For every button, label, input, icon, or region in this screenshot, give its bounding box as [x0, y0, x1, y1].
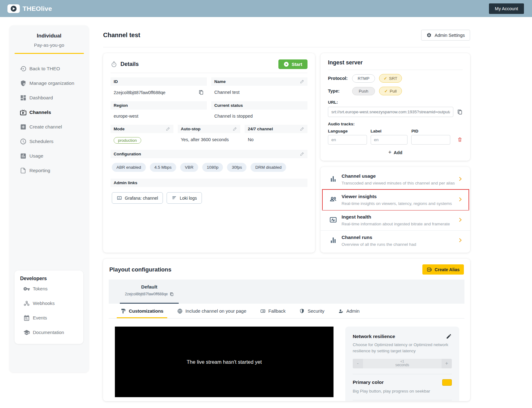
channel247-label: 24/7 channel: [248, 127, 273, 131]
sidebar-item-documentation[interactable]: Documentation: [20, 325, 79, 340]
sidebar-item-webhooks[interactable]: Webhooks: [20, 296, 79, 310]
movie-icon: [260, 308, 266, 314]
sidebar-item-label: Create channel: [29, 124, 62, 130]
edit-icon[interactable]: [446, 333, 452, 339]
grafana-channel-button[interactable]: Grafana: channel: [112, 192, 163, 204]
topbar: THEOlive My Account: [0, 0, 532, 17]
add-audio-track-button[interactable]: + Add: [328, 149, 463, 156]
autostop-label: Auto-stop: [181, 127, 201, 131]
sidebar-item-events[interactable]: Events: [20, 310, 79, 325]
document-icon: [20, 167, 27, 174]
accent-divider: [15, 53, 84, 54]
shield-icon: [299, 308, 305, 314]
tab-label: Security: [307, 308, 324, 314]
configuration-chips: ABR enabled 4.5 Mbps VBR 1080p 30fps DRM…: [111, 163, 307, 172]
link-title: Viewer insights: [342, 194, 457, 199]
link-desc: Transcoded and viewed minutes of this ch…: [342, 181, 457, 185]
type-pull-pill[interactable]: ✓Pull: [379, 87, 402, 95]
channel-runs-link[interactable]: Channel runs Overview of all the runs th…: [321, 230, 470, 251]
channel-usage-link[interactable]: Channel usage Transcoded and viewed minu…: [321, 169, 470, 189]
developers-card: Developers Tokens Webhooks Events Docume…: [15, 271, 83, 344]
label-input[interactable]: [371, 135, 408, 145]
sidebar-item-label: Manage organization: [29, 80, 74, 86]
edit-icon[interactable]: [300, 79, 304, 84]
sidebar-item-create-channel[interactable]: Create channel: [9, 119, 89, 134]
tab-label: Admin: [347, 308, 360, 314]
region-label: Region: [114, 103, 128, 108]
link-title: Channel runs: [342, 235, 457, 240]
divider: [353, 374, 452, 374]
primary-color-swatch[interactable]: [442, 379, 452, 386]
tab-security[interactable]: Security: [299, 304, 324, 318]
sidebar: Individual Pay-as-you-go Back to THEO Ma…: [9, 25, 89, 372]
edit-icon[interactable]: [233, 127, 237, 131]
alias-tab-default[interactable]: Default 2zejcol8bjtt87faw0ff688qe: [120, 280, 179, 304]
language-label: Language: [328, 129, 367, 133]
sidebar-item-manage-organization[interactable]: Manage organization: [9, 76, 89, 90]
copy-icon[interactable]: [198, 90, 204, 95]
sidebar-item-schedulers[interactable]: Schedulers: [9, 134, 89, 149]
link-desc: Real-time information about ingested bit…: [342, 222, 457, 226]
edit-icon[interactable]: [166, 127, 170, 131]
chevron-right-icon: [457, 237, 463, 245]
language-input[interactable]: [328, 135, 367, 145]
viewer-insights-link[interactable]: Viewer insights Real-time insights on vi…: [321, 189, 470, 210]
primary-color-title: Primary color: [353, 380, 384, 385]
tab-fallback[interactable]: Fallback: [260, 304, 286, 318]
start-button[interactable]: Start: [278, 59, 307, 69]
playout-title: Playout configurations: [109, 266, 171, 273]
brand: THEOlive: [7, 4, 52, 13]
config-chip: ABR enabled: [112, 163, 146, 172]
my-account-button[interactable]: My Account: [489, 3, 524, 14]
admin-settings-button[interactable]: Admin Settings: [421, 30, 470, 41]
dashboard-icon: [20, 94, 27, 101]
sidebar-item-label: Schedulers: [29, 139, 54, 144]
main-content: Channel test Admin Settings Details Star…: [103, 25, 470, 401]
sidebar-item-label: Tokens: [33, 286, 48, 291]
edit-icon[interactable]: [300, 127, 304, 131]
protocol-rtmp-pill[interactable]: RTMP: [352, 74, 375, 83]
protocol-srt-pill[interactable]: ✓SRT: [379, 74, 402, 83]
loki-logs-button[interactable]: Loki logs: [167, 192, 202, 204]
ingest-health-link[interactable]: Ingest health Real-time information abou…: [321, 210, 470, 230]
sidebar-item-label: Reporting: [29, 168, 50, 173]
tab-label: Customizations: [129, 308, 164, 314]
sidebar-item-channels[interactable]: Channels: [9, 105, 89, 119]
create-alias-button[interactable]: Create Alias: [422, 264, 464, 275]
sidebar-item-back-to-theo[interactable]: Back to THEO: [9, 61, 89, 76]
url-input[interactable]: [328, 107, 453, 117]
link-title: Ingest health: [342, 214, 457, 220]
copy-icon[interactable]: [457, 109, 463, 115]
type-push-pill[interactable]: Push: [352, 87, 375, 95]
url-label: URL:: [328, 100, 463, 105]
chevron-right-icon: [457, 217, 463, 224]
copy-icon[interactable]: [170, 292, 174, 296]
sidebar-item-usage[interactable]: Usage: [9, 149, 89, 163]
pid-input[interactable]: [411, 135, 450, 145]
stepper-plus-button[interactable]: +: [442, 359, 452, 368]
stepper-minus-button[interactable]: -: [353, 359, 363, 368]
mode-badge: production: [114, 137, 141, 144]
video-player[interactable]: The live stream hasn't started yet: [115, 327, 334, 397]
organization-icon: [20, 80, 27, 87]
region-value: europe-west: [114, 114, 138, 119]
alias-id: 2zejcol8bjtt87faw0ff688qe: [125, 292, 168, 296]
sidebar-item-reporting[interactable]: Reporting: [9, 163, 89, 178]
sidebar-item-label: Channels: [29, 110, 51, 115]
chevron-right-icon: [457, 196, 463, 204]
sidebar-item-tokens[interactable]: Tokens: [20, 281, 79, 296]
edit-icon[interactable]: [300, 152, 304, 156]
player-message: The live stream hasn't started yet: [187, 359, 262, 365]
tab-admin[interactable]: Admin: [338, 304, 360, 318]
sidebar-item-dashboard[interactable]: Dashboard: [9, 90, 89, 105]
key-icon: [23, 285, 30, 292]
tab-customizations[interactable]: Customizations: [120, 304, 164, 318]
trash-icon[interactable]: [457, 137, 463, 142]
details-title: Details: [120, 61, 139, 67]
audio-tracks-label: Audio tracks:: [328, 122, 463, 126]
mode-label: Mode: [114, 127, 124, 131]
sidebar-item-label: Documentation: [33, 330, 64, 335]
tab-include-channel[interactable]: Include channel on your page: [177, 304, 246, 318]
protocol-label: Protocol:: [328, 76, 352, 81]
name-value: Channel test: [214, 90, 239, 95]
